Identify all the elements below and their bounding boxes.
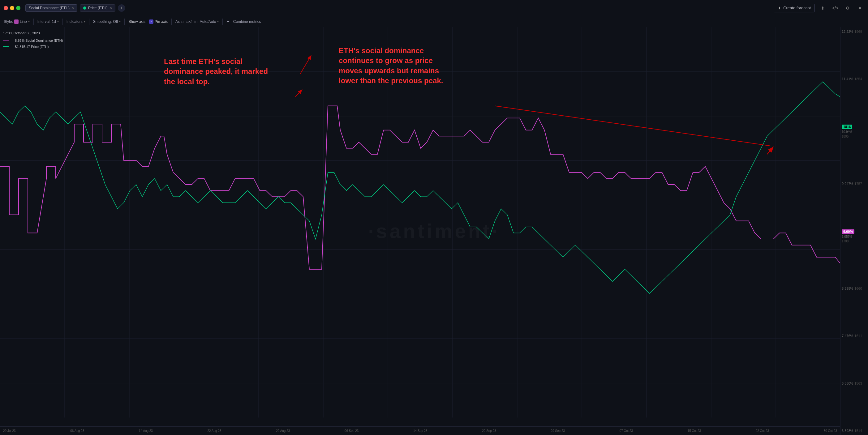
tab-label: Price (ETH) [88,6,107,10]
maximize-button[interactable] [16,6,21,10]
bottom-label-5: 29 Aug 23 [276,429,290,433]
current-social-badge: 9.00% [842,229,855,234]
axis-purple-area: 9.00% 9.057% 1708 [842,229,867,243]
axis-maxmin-value: Auto/Auto [200,20,216,24]
axis-price-6: 1660 [855,287,862,290]
separator-6 [222,19,223,25]
bottom-label-8: 22 Sep 23 [482,429,496,433]
interval-label: Interval: [37,20,51,24]
right-axis: 12.22% 1969 11.41% 1854 1816 10.94% 1805… [840,27,868,435]
axis-current-area: 1816 10.94% 1805 [842,125,867,138]
smoothing-label: Smoothing: [93,20,112,24]
minimize-button[interactable] [10,6,14,10]
bottom-label-11: 15 Oct 23 [688,429,701,433]
interval-chevron-icon: ▾ [57,20,59,23]
axis-price-9: 1514 [855,429,862,433]
show-axis-label: Show axis [128,20,145,24]
separator-3 [89,19,89,25]
style-value: Line [20,20,27,24]
interval-value: 1d [52,20,56,24]
svg-line-21 [296,90,302,97]
combine-metrics-button[interactable]: Combine metrics [233,20,261,24]
style-label: Style: [4,20,13,24]
create-forecast-button[interactable]: ✦ Create forecast [774,4,815,12]
axis-label-8: 6.880% 1563 [842,381,867,385]
legend-social-dominance: — 8.86% Social Dominance (ETH) [3,38,63,44]
upload-icon[interactable]: ⬆ [818,4,827,12]
combine-metrics-label: Combine metrics [233,20,261,24]
axis-maxmin-chevron-icon: ▾ [217,20,219,23]
chart-area: ·santiment· 17:00, October 30, 2023 — 8.… [0,27,868,435]
axis-label-2: 11.41% 1854 [842,77,867,81]
bottom-axis: 29 Jul 23 06 Aug 23 14 Aug 23 22 Aug 23 … [0,426,840,435]
svg-line-26 [300,56,311,74]
bottom-label-2: 06 Aug 23 [70,429,84,433]
axis-price-2: 1854 [855,77,862,81]
axis-price-1: 1969 [855,30,862,33]
window-controls [4,6,21,10]
axis-percent-5: 9.057% [842,235,852,238]
axis-label-7: 7.476% 1611 [842,334,867,338]
pin-axis-checkbox[interactable]: ✓ [149,20,153,24]
separator-1 [33,19,34,25]
bottom-label-7: 14 Sep 23 [413,429,428,433]
social-dominance-value: — 8.86% Social Dominance (ETH) [10,38,63,44]
pin-axis-label: Pin axis [155,20,168,24]
tab-price[interactable]: Price (ETH) ✕ [80,4,115,12]
close-panel-icon[interactable]: ✕ [856,4,864,12]
show-axis-toggle[interactable]: Show axis [128,20,145,24]
smoothing-chevron-icon: ▾ [119,20,121,23]
axis-percent-6: 8.398% [842,287,853,290]
separator-2 [62,19,63,25]
axis-percent-8: 6.880% [842,381,853,385]
chart-svg [0,27,840,426]
tab-social-dominance[interactable]: Social Dominance (ETH) ✕ [25,4,78,12]
current-price-badge: 1816 [842,125,852,129]
axis-maxmin-selector[interactable]: Axis max/min: Auto/Auto ▾ [176,20,219,24]
axis-percent-7: 7.476% [842,334,853,338]
axis-price-4: 1757 [855,182,862,186]
legend-price: — $1,815.17 Price (ETH) [3,44,63,50]
chart-legend: 17:00, October 30, 2023 — 8.86% Social D… [3,30,63,50]
axis-price-8: 1563 [855,381,862,385]
axis-label-1: 12.22% 1969 [842,30,867,33]
add-tab-button[interactable]: + [118,4,125,12]
separator-4 [124,19,125,25]
tab-close-icon[interactable]: ✕ [71,6,74,9]
tab-close-icon[interactable]: ✕ [110,6,112,9]
axis-label-9: 6.398% 1514 [842,429,867,433]
smoothing-selector[interactable]: Smoothing: Off ▾ [93,20,121,24]
bottom-label-4: 22 Aug 23 [208,429,221,433]
code-icon[interactable]: </> [831,4,840,12]
settings-icon[interactable]: ⚙ [843,4,852,12]
axis-label-4: 9.947% 1757 [842,182,867,186]
bottom-label-1: 29 Jul 23 [3,429,16,433]
bottom-label-13: 30 Oct 23 [824,429,837,433]
create-forecast-label: Create forecast [783,6,811,10]
axis-percent-2: 11.41% [842,77,853,81]
bottom-label-12: 22 Oct 23 [756,429,769,433]
interval-selector[interactable]: Interval: 1d ▾ [37,20,59,24]
svg-line-22 [767,148,773,155]
annotation-right: ETH's social dominancecontinues to grow … [339,46,443,86]
forecast-star-icon: ✦ [778,6,781,10]
close-button[interactable] [4,6,8,10]
style-selector[interactable]: Style: Line ▾ [4,20,30,24]
indicators-label: Indicators [66,20,83,24]
axis-price-5: 1708 [842,240,848,243]
annotation-left: Last time ETH's socialdominance peaked, … [164,57,268,87]
price-value: — $1,815.17 Price (ETH) [10,44,49,50]
pin-axis-toggle[interactable]: ✓ Pin axis [149,20,168,24]
add-metric-button[interactable]: + [226,19,229,25]
top-bar: Social Dominance (ETH) ✕ Price (ETH) ✕ +… [0,0,868,16]
bottom-label-3: 14 Aug 23 [139,429,153,433]
price-legend-dash [3,46,9,47]
bottom-label-9: 29 Sep 23 [551,429,565,433]
style-chevron-icon: ▾ [28,20,30,23]
social-dominance-legend-dash [3,40,9,41]
bottom-label-6: 06 Sep 23 [345,429,359,433]
top-right-actions: ✦ Create forecast ⬆ </> ⚙ ✕ [774,4,864,12]
axis-price-current: 1805 [842,135,848,138]
indicators-selector[interactable]: Indicators ▾ [66,20,85,24]
bottom-labels: 29 Jul 23 06 Aug 23 14 Aug 23 22 Aug 23 … [3,429,837,433]
